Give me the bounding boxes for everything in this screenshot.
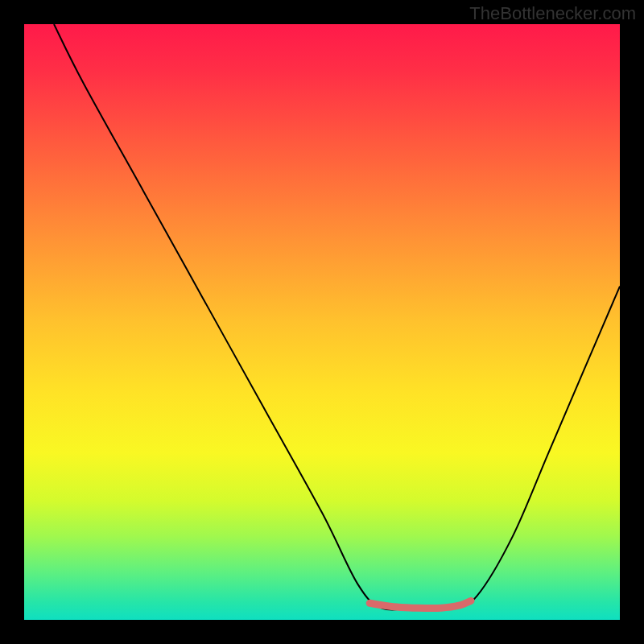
sweet-spot-band bbox=[369, 601, 471, 608]
chart-frame bbox=[24, 24, 620, 620]
watermark-text: TheBottlenecker.com bbox=[469, 3, 636, 24]
bottleneck-curve bbox=[54, 24, 620, 609]
curve-layer bbox=[24, 24, 620, 620]
